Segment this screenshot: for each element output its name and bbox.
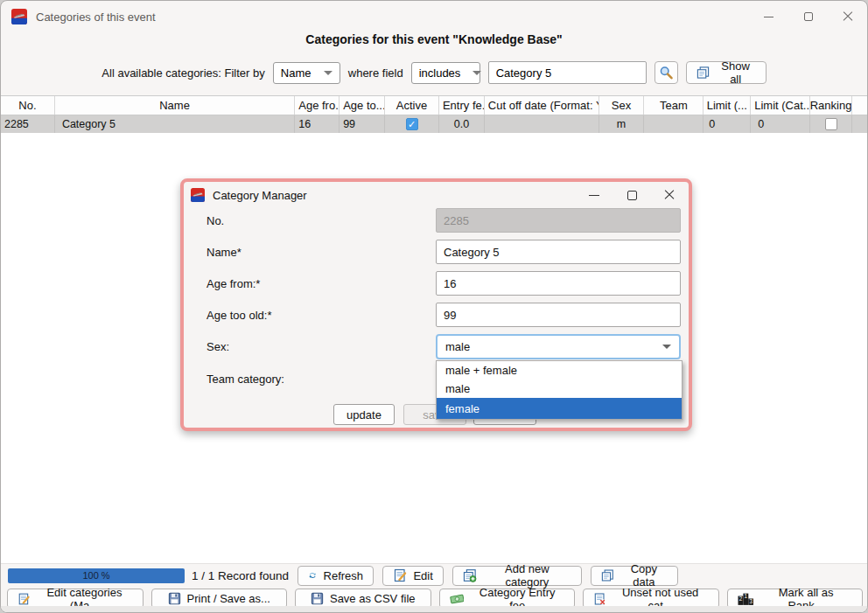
column-header-name[interactable]: Name xyxy=(55,96,295,115)
age-from-label: Age from:* xyxy=(206,277,260,290)
dialog-maximize-button[interactable] xyxy=(625,188,639,202)
maximize-icon xyxy=(804,12,813,21)
window-controls xyxy=(749,1,867,32)
table-header: No. Name Age fro... Age to... Active Ent… xyxy=(1,95,867,115)
maximize-button[interactable] xyxy=(788,1,828,32)
copy-icon xyxy=(601,568,614,582)
cell-limit-cat: 0 xyxy=(751,115,810,133)
app-icon xyxy=(11,9,27,24)
update-button[interactable]: update xyxy=(333,404,395,425)
dialog-close-button[interactable] xyxy=(662,188,676,202)
column-header-team[interactable]: Team xyxy=(644,96,704,115)
where-field-label: where field xyxy=(348,66,403,80)
filter-operator-value: includes xyxy=(419,66,461,80)
column-header-limit-cat[interactable]: Limit (Cat... xyxy=(751,96,810,115)
minimize-button[interactable] xyxy=(749,1,788,32)
add-category-label: Add new category xyxy=(483,562,571,589)
search-button[interactable] xyxy=(654,61,678,84)
podium-icon: 2 1 3 xyxy=(738,593,754,605)
app-window: Categories of this event Categories for … xyxy=(0,0,868,613)
filter-field-select[interactable]: Name xyxy=(273,62,340,84)
status-bar: 100 % 1 / 1 Record found Refresh Edit xyxy=(1,565,868,586)
cell-name: Category 5 xyxy=(55,115,295,133)
copy-data-button[interactable]: Copy data xyxy=(591,566,678,586)
add-category-icon xyxy=(463,568,477,582)
filter-field-value: Name xyxy=(281,66,312,80)
cell-age-to: 99 xyxy=(340,115,385,133)
window-title: Categories of this event xyxy=(36,10,156,24)
sex-value: male xyxy=(445,340,470,353)
refresh-button[interactable]: Refresh xyxy=(298,566,374,586)
app-icon xyxy=(191,188,205,202)
table-row[interactable]: 2285 Category 5 16 99 ✓ 0.0 m 0 0 xyxy=(1,115,867,133)
column-header-active[interactable]: Active xyxy=(385,96,439,115)
cell-cut-off-date xyxy=(485,115,599,133)
sex-combobox[interactable]: male xyxy=(436,334,681,359)
column-header-no[interactable]: No. xyxy=(1,96,55,115)
print-save-label: Print / Save as... xyxy=(187,592,270,605)
sex-option-male-female[interactable]: male + female xyxy=(437,361,682,380)
refresh-label: Refresh xyxy=(324,569,364,582)
edit-label: Edit xyxy=(413,569,432,582)
cell-ranking xyxy=(810,115,852,133)
filter-bar: All available categories: Filter by Name… xyxy=(1,55,867,95)
window-bottom-strip xyxy=(1,606,868,612)
save-icon xyxy=(168,592,181,605)
close-icon xyxy=(664,190,675,200)
column-header-age-from[interactable]: Age fro... xyxy=(295,96,340,115)
no-field xyxy=(436,208,681,233)
search-icon xyxy=(659,66,674,80)
cell-sex: m xyxy=(599,115,645,133)
show-all-button[interactable]: Show all xyxy=(686,61,766,84)
column-header-sex[interactable]: Sex xyxy=(599,96,645,115)
cell-team xyxy=(644,115,704,133)
maximize-icon xyxy=(627,191,637,200)
ranking-checkbox[interactable] xyxy=(825,118,837,130)
dialog-title: Category Manager xyxy=(213,189,307,202)
sex-option-male[interactable]: male xyxy=(437,380,682,398)
filter-query-input[interactable] xyxy=(488,61,647,84)
category-manager-dialog: Category Manager No. Name* Age from:* Ag… xyxy=(180,178,692,431)
age-from-field[interactable] xyxy=(436,271,681,296)
cell-no: 2285 xyxy=(1,115,55,133)
dialog-titlebar: Category Manager xyxy=(184,182,689,208)
no-label: No. xyxy=(206,214,224,227)
add-new-category-button[interactable]: Add new category xyxy=(452,566,582,586)
team-category-label: Team category: xyxy=(206,373,284,386)
dialog-window-controls xyxy=(587,188,676,202)
csv-icon xyxy=(311,592,324,605)
edit-icon xyxy=(393,568,407,582)
page-title: Categories for this event "Knowledge Bas… xyxy=(1,32,867,55)
cell-filler xyxy=(852,115,867,133)
minimize-icon xyxy=(764,17,774,17)
dialog-minimize-button[interactable] xyxy=(587,188,601,202)
show-all-label: Show all xyxy=(716,59,756,86)
column-header-limit[interactable]: Limit (... xyxy=(704,96,751,115)
column-header-ranking[interactable]: Ranking xyxy=(810,96,852,115)
age-too-old-label: Age too old:* xyxy=(206,309,271,322)
svg-text:2: 2 xyxy=(738,596,742,602)
age-too-old-field[interactable] xyxy=(436,303,681,327)
money-icon xyxy=(450,592,465,606)
sex-option-female[interactable]: female xyxy=(437,398,682,419)
cell-age-from: 16 xyxy=(295,115,340,133)
close-button[interactable] xyxy=(828,1,867,32)
edit-categories-icon xyxy=(18,592,30,606)
filter-label: All available categories: Filter by xyxy=(102,66,264,80)
column-header-filler xyxy=(852,96,867,115)
chevron-down-icon xyxy=(662,345,671,349)
cell-entry-fee: 0.0 xyxy=(439,115,485,133)
edit-button[interactable]: Edit xyxy=(382,566,444,586)
column-header-age-to[interactable]: Age to... xyxy=(340,96,385,115)
save-csv-label: Save as CSV file xyxy=(330,592,416,605)
column-header-entry-fee[interactable]: Entry fe... xyxy=(439,96,485,115)
active-checkbox[interactable]: ✓ xyxy=(406,118,418,130)
copy-data-label: Copy data xyxy=(620,562,668,589)
refresh-icon xyxy=(308,568,317,582)
name-field[interactable] xyxy=(436,240,681,264)
filter-operator-select[interactable]: includes xyxy=(411,62,480,84)
column-header-cut-off-date[interactable]: Cut off date (Format: Y... xyxy=(485,96,599,115)
cell-limit: 0 xyxy=(704,115,751,133)
cell-active: ✓ xyxy=(385,115,439,133)
chevron-down-icon xyxy=(472,71,481,75)
